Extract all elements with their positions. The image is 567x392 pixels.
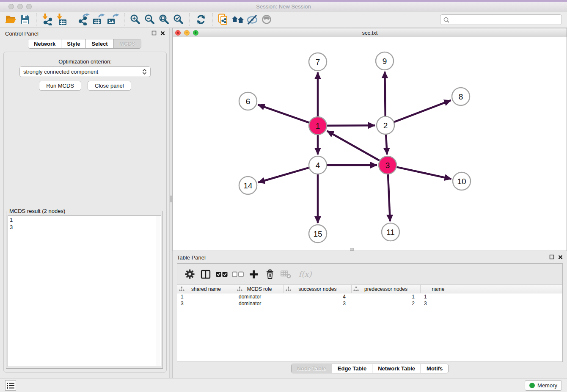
column-header-filler	[456, 285, 562, 293]
node-table-container: f(x) shared nameMCDS rolesuccessor nodes…	[177, 263, 563, 362]
table-header-row: shared nameMCDS rolesuccessor nodesprede…	[177, 285, 562, 293]
tab-node-table[interactable]: Node Table	[292, 364, 332, 373]
tree-icon	[286, 287, 291, 293]
tab-motifs[interactable]: Motifs	[421, 364, 448, 373]
graph-edge-1-2[interactable]	[327, 125, 375, 126]
close-panel-icon[interactable]	[558, 255, 563, 259]
export-network-icon[interactable]	[77, 13, 91, 26]
deselect-all-icon[interactable]	[231, 268, 244, 281]
delete-table-icon[interactable]	[280, 268, 292, 281]
canvas-splitter-grip[interactable]	[350, 248, 354, 251]
table-toolbar: f(x)	[177, 264, 562, 285]
zoom-fit-icon[interactable]	[157, 13, 171, 26]
graph-edge-3-11[interactable]	[388, 174, 390, 221]
task-history-button[interactable]	[5, 380, 16, 391]
graph-node-label-1: 1	[316, 121, 320, 130]
column-header-shared-name[interactable]: shared name	[177, 285, 235, 293]
control-panel-tabs: NetworkStyleSelectMCDS	[28, 39, 141, 49]
network-canvas[interactable]: 7968124314101511	[173, 37, 567, 251]
graph-edge-3-10[interactable]	[396, 167, 451, 179]
float-panel-icon[interactable]	[151, 30, 157, 36]
splitter-grip[interactable]	[170, 196, 172, 202]
import-network-icon[interactable]	[40, 13, 55, 26]
column-header-successor-nodes[interactable]: successor nodes	[284, 285, 352, 293]
zoom-out-icon[interactable]	[143, 13, 157, 26]
table-settings-icon[interactable]	[183, 268, 196, 281]
cell-predecessor-nodes[interactable]: 2	[352, 300, 421, 307]
tab-style[interactable]: Style	[61, 39, 85, 48]
split-panel-icon[interactable]	[199, 268, 212, 281]
export-image-icon[interactable]	[106, 13, 120, 26]
table-body: 1dominator4113dominator323	[177, 293, 562, 307]
float-panel-icon[interactable]	[549, 254, 554, 259]
network-view-window: × − + scc.txt 7968124314101511	[173, 28, 567, 251]
tab-network[interactable]: Network	[28, 39, 61, 48]
select-all-icon[interactable]	[215, 268, 228, 281]
hide-graphics-details-icon[interactable]	[245, 13, 259, 26]
toolbar-separator	[73, 13, 73, 26]
cell-MCDS-role[interactable]: dominator	[235, 300, 284, 307]
memory-button[interactable]: Memory	[525, 380, 562, 391]
close-panel-icon[interactable]	[160, 31, 165, 36]
run-mcds-button[interactable]: Run MCDS	[39, 81, 81, 91]
column-header-predecessor-nodes[interactable]: predecessor nodes	[352, 285, 421, 293]
toolbar-separator	[212, 13, 212, 26]
show-graphics-details-icon[interactable]	[259, 13, 274, 26]
network-window-titlebar[interactable]: × − + scc.txt	[173, 28, 567, 37]
apply-function-icon[interactable]: f(x)	[296, 268, 314, 281]
graph-node-label-15: 15	[313, 229, 322, 238]
refresh-icon[interactable]	[194, 13, 208, 26]
cell-name[interactable]: 1	[421, 293, 456, 300]
graph-edge-2-9[interactable]	[385, 72, 385, 116]
criterion-dropdown[interactable]: strongly connected component	[19, 66, 151, 77]
graph-edge-2-8[interactable]	[394, 100, 451, 122]
delete-column-icon[interactable]	[264, 268, 276, 281]
cell-shared-name[interactable]: 1	[177, 293, 235, 300]
save-session-icon[interactable]	[18, 13, 32, 26]
network-window-title: scc.txt	[173, 30, 567, 36]
graph-edge-3-1[interactable]	[327, 131, 380, 160]
close-panel-button[interactable]: Close panel	[88, 81, 131, 91]
tab-mcds[interactable]: MCDS	[113, 39, 141, 48]
tab-edge-table[interactable]: Edge Table	[332, 364, 372, 373]
vertical-splitter[interactable]	[169, 28, 173, 378]
toolbar-separator	[190, 13, 190, 26]
mcds-result-box: MCDS result (2 nodes) 1 3	[6, 208, 163, 369]
graph-node-label-6: 6	[246, 97, 250, 106]
tab-network-table[interactable]: Network Table	[372, 364, 421, 373]
optimization-criterion-label: Optimization criterion:	[4, 58, 166, 65]
import-table-icon[interactable]	[55, 13, 69, 26]
cell-predecessor-nodes[interactable]: 1	[352, 293, 421, 300]
search-input[interactable]	[450, 15, 561, 25]
cell-name[interactable]: 3	[421, 300, 456, 307]
result-scrollbar[interactable]	[156, 216, 160, 366]
search-box	[440, 14, 562, 25]
cell-shared-name[interactable]: 3	[177, 300, 235, 307]
column-header-MCDS-role[interactable]: MCDS role	[235, 285, 284, 293]
graph-edge-1-6[interactable]	[258, 105, 309, 122]
home-icon[interactable]	[231, 13, 245, 26]
cell-successor-nodes[interactable]: 4	[284, 293, 352, 300]
graph-node-label-10: 10	[457, 177, 466, 186]
control-panel-title: Control Panel	[5, 30, 39, 37]
tree-icon	[237, 287, 242, 293]
zoom-selected-icon[interactable]	[171, 13, 186, 26]
table-row-0[interactable]: 1dominator411	[177, 293, 562, 300]
open-file-icon[interactable]	[3, 13, 18, 26]
table-panel-tabs: Node TableEdge TableNetwork TableMotifs	[291, 364, 449, 373]
table-row-1[interactable]: 3dominator323	[177, 300, 562, 307]
cell-MCDS-role[interactable]: dominator	[235, 293, 284, 300]
export-table-icon[interactable]	[91, 13, 106, 26]
graph-node-label-11: 11	[386, 228, 395, 237]
tab-select[interactable]: Select	[85, 39, 113, 48]
zoom-in-icon[interactable]	[128, 13, 143, 26]
graph-node-label-9: 9	[383, 57, 387, 66]
mcds-result-text[interactable]: 1 3	[8, 215, 161, 367]
cell-successor-nodes[interactable]: 3	[284, 300, 352, 307]
column-header-name[interactable]: name	[421, 285, 456, 293]
copy-network-icon[interactable]	[216, 13, 231, 26]
graph-edge-2-3[interactable]	[386, 135, 387, 155]
mcds-tab-content: Optimization criterion: strongly connect…	[3, 52, 167, 373]
graph-edge-4-14[interactable]	[258, 168, 309, 182]
add-column-icon[interactable]	[248, 268, 260, 281]
